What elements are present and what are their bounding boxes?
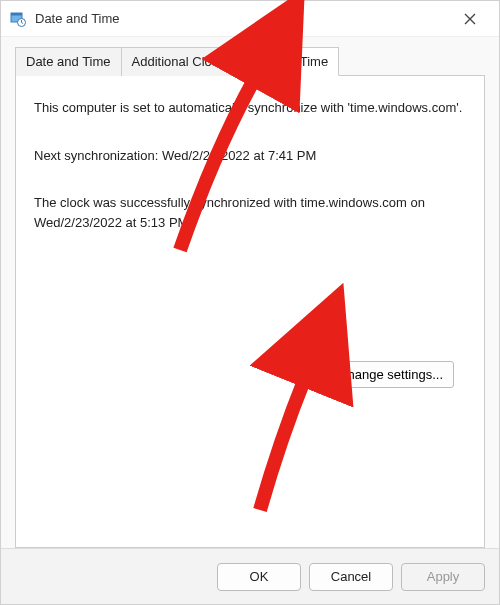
close-button[interactable] — [449, 4, 491, 34]
dialog-body: Date and Time Additional Clocks Internet… — [1, 37, 499, 548]
last-sync-text: The clock was successfully synchronized … — [34, 193, 466, 232]
tab-content-internet-time: This computer is set to automatically sy… — [15, 76, 485, 548]
tab-additional-clocks[interactable]: Additional Clocks — [121, 47, 243, 76]
next-sync-text: Next synchronization: Wed/2/23/2022 at 7… — [34, 146, 466, 166]
tab-strip: Date and Time Additional Clocks Internet… — [15, 47, 485, 76]
change-settings-button[interactable]: Change settings... — [307, 361, 454, 388]
svg-rect-1 — [11, 13, 22, 16]
sync-info-text: This computer is set to automatically sy… — [34, 98, 466, 118]
shield-icon — [318, 368, 332, 382]
tab-internet-time[interactable]: Internet Time — [241, 47, 339, 76]
change-settings-label: Change settings... — [338, 367, 443, 382]
titlebar: Date and Time — [1, 1, 499, 37]
cancel-button[interactable]: Cancel — [309, 563, 393, 591]
tab-date-and-time[interactable]: Date and Time — [15, 47, 122, 76]
window-title: Date and Time — [35, 11, 449, 26]
close-icon — [464, 13, 476, 25]
ok-button[interactable]: OK — [217, 563, 301, 591]
apply-button[interactable]: Apply — [401, 563, 485, 591]
dialog-footer: OK Cancel Apply — [1, 548, 499, 604]
date-time-dialog: Date and Time Date and Time Additional C… — [0, 0, 500, 605]
calendar-clock-icon — [9, 10, 27, 28]
